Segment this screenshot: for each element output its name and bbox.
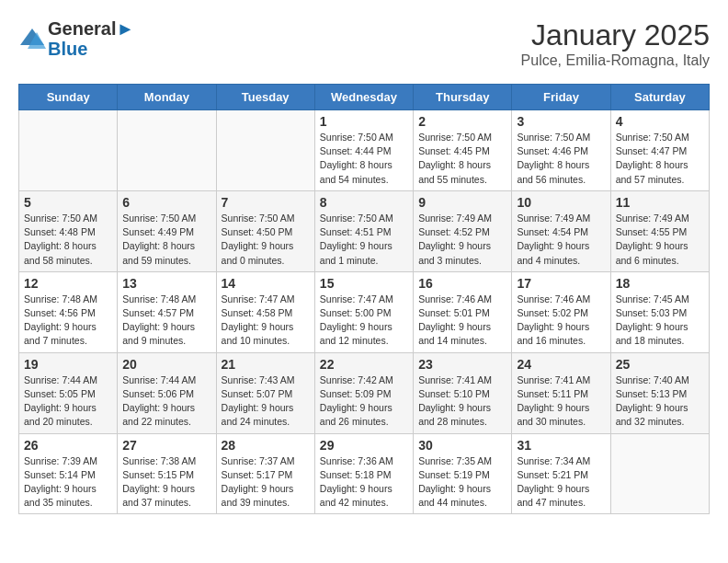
day-info: Sunrise: 7:36 AM Sunset: 5:18 PM Dayligh…: [320, 454, 408, 511]
day-info: Sunrise: 7:44 AM Sunset: 5:05 PM Dayligh…: [24, 373, 112, 430]
day-number: 1: [320, 114, 408, 129]
day-number: 23: [418, 357, 506, 372]
day-info: Sunrise: 7:46 AM Sunset: 5:02 PM Dayligh…: [517, 293, 605, 349]
day-info: Sunrise: 7:43 AM Sunset: 5:07 PM Dayligh…: [222, 373, 310, 430]
logo-text-line1: General►: [48, 18, 134, 39]
calendar-cell: 1Sunrise: 7:50 AM Sunset: 4:44 PM Daylig…: [314, 110, 413, 191]
logo-icon: [18, 25, 46, 52]
day-info: Sunrise: 7:34 AM Sunset: 5:21 PM Dayligh…: [517, 454, 605, 511]
week-row-3: 12Sunrise: 7:48 AM Sunset: 4:56 PM Dayli…: [19, 271, 710, 352]
calendar-cell: 17Sunrise: 7:46 AM Sunset: 5:02 PM Dayli…: [512, 271, 610, 352]
title-block: January 2025 Pulce, Emilia-Romagna, Ital…: [521, 18, 710, 69]
page-header: General► Blue January 2025 Pulce, Emilia…: [18, 18, 710, 69]
week-row-1: 1Sunrise: 7:50 AM Sunset: 4:44 PM Daylig…: [19, 110, 710, 191]
logo: General► Blue: [18, 18, 134, 59]
day-info: Sunrise: 7:50 AM Sunset: 4:50 PM Dayligh…: [222, 212, 310, 268]
day-info: Sunrise: 7:48 AM Sunset: 4:56 PM Dayligh…: [24, 293, 112, 349]
day-number: 25: [616, 357, 704, 372]
day-number: 5: [24, 195, 112, 210]
day-number: 3: [517, 114, 605, 129]
day-info: Sunrise: 7:46 AM Sunset: 5:01 PM Dayligh…: [418, 293, 506, 349]
day-number: 9: [418, 195, 506, 210]
location-subtitle: Pulce, Emilia-Romagna, Italy: [521, 52, 710, 69]
calendar-cell: 15Sunrise: 7:47 AM Sunset: 5:00 PM Dayli…: [314, 271, 413, 352]
day-number: 19: [24, 357, 112, 372]
weekday-header-wednesday: Wednesday: [314, 85, 413, 110]
day-info: Sunrise: 7:45 AM Sunset: 5:03 PM Dayligh…: [616, 293, 704, 349]
day-number: 30: [418, 438, 506, 453]
weekday-header-thursday: Thursday: [414, 85, 512, 110]
day-info: Sunrise: 7:47 AM Sunset: 5:00 PM Dayligh…: [320, 293, 408, 349]
calendar-cell: [19, 110, 118, 191]
day-info: Sunrise: 7:50 AM Sunset: 4:51 PM Dayligh…: [320, 212, 408, 268]
calendar-cell: 8Sunrise: 7:50 AM Sunset: 4:51 PM Daylig…: [314, 190, 413, 271]
day-number: 2: [418, 114, 506, 129]
day-info: Sunrise: 7:37 AM Sunset: 5:17 PM Dayligh…: [222, 454, 310, 511]
day-info: Sunrise: 7:49 AM Sunset: 4:54 PM Dayligh…: [517, 212, 605, 268]
logo-text-line2: Blue: [48, 39, 134, 59]
day-number: 4: [616, 114, 704, 129]
calendar-cell: [118, 110, 216, 191]
day-info: Sunrise: 7:42 AM Sunset: 5:09 PM Dayligh…: [320, 373, 408, 430]
weekday-header-friday: Friday: [512, 85, 610, 110]
calendar-cell: 10Sunrise: 7:49 AM Sunset: 4:54 PM Dayli…: [512, 190, 610, 271]
day-number: 27: [122, 438, 210, 453]
calendar-cell: 12Sunrise: 7:48 AM Sunset: 4:56 PM Dayli…: [19, 271, 118, 352]
calendar-cell: [610, 433, 709, 514]
calendar-cell: 13Sunrise: 7:48 AM Sunset: 4:57 PM Dayli…: [118, 271, 216, 352]
day-info: Sunrise: 7:35 AM Sunset: 5:19 PM Dayligh…: [418, 454, 506, 511]
calendar-cell: 29Sunrise: 7:36 AM Sunset: 5:18 PM Dayli…: [314, 433, 413, 514]
day-number: 28: [222, 438, 310, 453]
day-info: Sunrise: 7:38 AM Sunset: 5:15 PM Dayligh…: [122, 454, 210, 511]
weekday-header-tuesday: Tuesday: [216, 85, 314, 110]
calendar-cell: 11Sunrise: 7:49 AM Sunset: 4:55 PM Dayli…: [610, 190, 709, 271]
day-number: 14: [222, 276, 310, 291]
day-info: Sunrise: 7:49 AM Sunset: 4:52 PM Dayligh…: [418, 212, 506, 268]
calendar-cell: 27Sunrise: 7:38 AM Sunset: 5:15 PM Dayli…: [118, 433, 216, 514]
day-info: Sunrise: 7:50 AM Sunset: 4:49 PM Dayligh…: [122, 212, 210, 268]
day-info: Sunrise: 7:50 AM Sunset: 4:44 PM Dayligh…: [320, 131, 408, 187]
calendar-cell: 7Sunrise: 7:50 AM Sunset: 4:50 PM Daylig…: [216, 190, 314, 271]
day-info: Sunrise: 7:44 AM Sunset: 5:06 PM Dayligh…: [122, 373, 210, 430]
day-number: 6: [122, 195, 210, 210]
day-number: 12: [24, 276, 112, 291]
week-row-2: 5Sunrise: 7:50 AM Sunset: 4:48 PM Daylig…: [19, 190, 710, 271]
day-number: 20: [122, 357, 210, 372]
weekday-header-saturday: Saturday: [610, 85, 709, 110]
day-info: Sunrise: 7:41 AM Sunset: 5:11 PM Dayligh…: [517, 373, 605, 430]
day-number: 16: [418, 276, 506, 291]
weekday-header-monday: Monday: [118, 85, 216, 110]
day-info: Sunrise: 7:50 AM Sunset: 4:45 PM Dayligh…: [418, 131, 506, 187]
day-info: Sunrise: 7:50 AM Sunset: 4:48 PM Dayligh…: [24, 212, 112, 268]
day-info: Sunrise: 7:47 AM Sunset: 4:58 PM Dayligh…: [222, 293, 310, 349]
day-number: 17: [517, 276, 605, 291]
calendar-cell: 25Sunrise: 7:40 AM Sunset: 5:13 PM Dayli…: [610, 352, 709, 433]
day-info: Sunrise: 7:48 AM Sunset: 4:57 PM Dayligh…: [122, 293, 210, 349]
calendar-cell: 19Sunrise: 7:44 AM Sunset: 5:05 PM Dayli…: [19, 352, 118, 433]
day-number: 8: [320, 195, 408, 210]
day-number: 18: [616, 276, 704, 291]
day-info: Sunrise: 7:50 AM Sunset: 4:47 PM Dayligh…: [616, 131, 704, 187]
day-number: 10: [517, 195, 605, 210]
calendar-cell: 4Sunrise: 7:50 AM Sunset: 4:47 PM Daylig…: [610, 110, 709, 191]
day-info: Sunrise: 7:41 AM Sunset: 5:10 PM Dayligh…: [418, 373, 506, 430]
day-number: 26: [24, 438, 112, 453]
day-info: Sunrise: 7:50 AM Sunset: 4:46 PM Dayligh…: [517, 131, 605, 187]
day-number: 11: [616, 195, 704, 210]
calendar-cell: 3Sunrise: 7:50 AM Sunset: 4:46 PM Daylig…: [512, 110, 610, 191]
day-number: 24: [517, 357, 605, 372]
calendar-cell: 5Sunrise: 7:50 AM Sunset: 4:48 PM Daylig…: [19, 190, 118, 271]
calendar-cell: 31Sunrise: 7:34 AM Sunset: 5:21 PM Dayli…: [512, 433, 610, 514]
day-info: Sunrise: 7:49 AM Sunset: 4:55 PM Dayligh…: [616, 212, 704, 268]
calendar-cell: 18Sunrise: 7:45 AM Sunset: 5:03 PM Dayli…: [610, 271, 709, 352]
calendar-cell: 26Sunrise: 7:39 AM Sunset: 5:14 PM Dayli…: [19, 433, 118, 514]
calendar-cell: 14Sunrise: 7:47 AM Sunset: 4:58 PM Dayli…: [216, 271, 314, 352]
weekday-header-row: SundayMondayTuesdayWednesdayThursdayFrid…: [19, 85, 710, 110]
weekday-header-sunday: Sunday: [19, 85, 118, 110]
day-number: 22: [320, 357, 408, 372]
day-number: 15: [320, 276, 408, 291]
calendar-cell: 20Sunrise: 7:44 AM Sunset: 5:06 PM Dayli…: [118, 352, 216, 433]
week-row-5: 26Sunrise: 7:39 AM Sunset: 5:14 PM Dayli…: [19, 433, 710, 514]
calendar-cell: 23Sunrise: 7:41 AM Sunset: 5:10 PM Dayli…: [414, 352, 512, 433]
calendar-cell: 24Sunrise: 7:41 AM Sunset: 5:11 PM Dayli…: [512, 352, 610, 433]
